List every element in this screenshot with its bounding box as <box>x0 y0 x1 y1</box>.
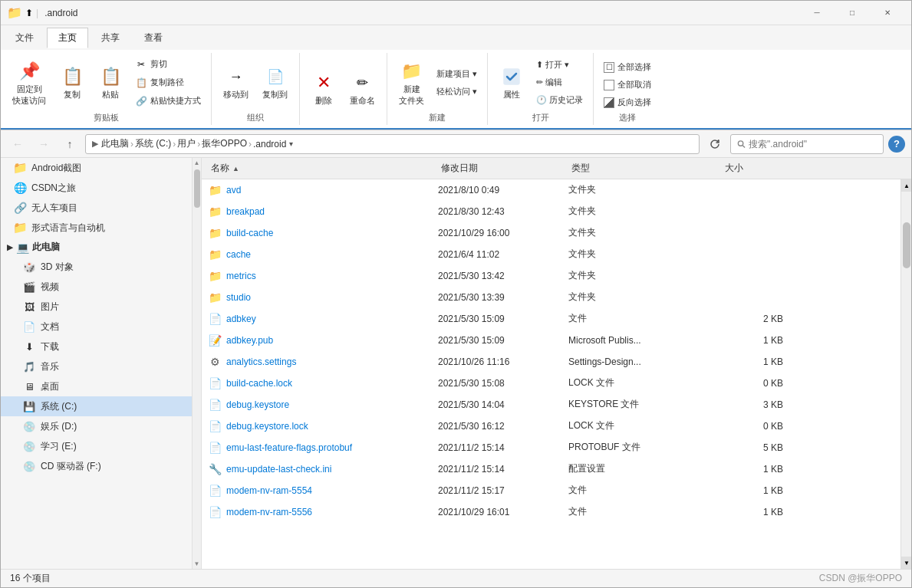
new-group-label: 新建 <box>429 112 446 123</box>
up-button[interactable]: ↑ <box>59 133 81 155</box>
easy-access-button[interactable]: 轻松访问 ▾ <box>433 84 481 100</box>
path-dropdown[interactable]: ▾ <box>289 140 293 148</box>
table-row[interactable]: 📁 avd 2021/8/10 0:49 文件夹 <box>202 179 900 201</box>
table-row[interactable]: 📄 debug.keystore 2021/5/30 14:04 KEYSTOR… <box>202 394 900 416</box>
sidebar-item-f-drive[interactable]: 💿 CD 驱动器 (F:) <box>1 456 192 476</box>
sidebar-scrollbar[interactable]: ▲ ▼ <box>192 158 201 569</box>
col-header-date[interactable]: 修改日期 <box>438 162 568 175</box>
cut-button[interactable]: ✂ 剪切 <box>131 56 205 73</box>
paste-shortcut-label: 粘贴快捷方式 <box>150 95 201 107</box>
table-row[interactable]: 📁 breakpad 2021/8/30 12:43 文件夹 <box>202 201 900 222</box>
move-to-button[interactable]: → 移动到 <box>218 61 254 104</box>
maximize-button[interactable]: □ <box>835 1 870 25</box>
delete-button[interactable]: ✕ 删除 <box>306 67 341 110</box>
tab-view[interactable]: 查看 <box>133 28 174 48</box>
folder-icon-cache: 📁 <box>208 248 222 261</box>
table-row[interactable]: 📁 metrics 2021/5/30 13:42 文件夹 <box>202 265 900 287</box>
copy-label: 复制 <box>64 89 81 100</box>
help-button[interactable]: ? <box>888 136 905 153</box>
title-bar: 📁 ⬆ | .android ─ □ ✕ <box>1 1 911 25</box>
sidebar-item-pictures[interactable]: 🖼 图片 <box>1 297 192 317</box>
sidebar-item-downloads[interactable]: ⬇ 下载 <box>1 337 192 356</box>
sidebar-item-csdn[interactable]: 🌐 CSDN之旅 <box>1 178 192 198</box>
forward-button[interactable]: → <box>33 133 54 155</box>
pin-to-quickaccess-button[interactable]: 📌 固定到快速访问 <box>7 55 51 110</box>
scroll-thumb[interactable] <box>903 222 910 268</box>
col-header-type[interactable]: 类型 <box>568 162 722 175</box>
copy-path-label: 复制路径 <box>150 77 184 88</box>
sidebar-item-video[interactable]: 🎬 视频 <box>1 277 192 297</box>
sidebar-this-pc[interactable]: ▶ 💻 此电脑 <box>1 238 192 257</box>
tab-home[interactable]: 主页 <box>47 28 88 48</box>
sidebar-item-3d[interactable]: 🎲 3D 对象 <box>1 257 192 277</box>
copy-path-button[interactable]: 📋 复制路径 <box>131 74 205 91</box>
table-row[interactable]: 📄 modem-nv-ram-5556 2021/10/29 16:01 文件 … <box>202 501 900 523</box>
edit-button[interactable]: ✏ 编辑 <box>532 74 587 90</box>
copy-to-button[interactable]: 📄 复制到 <box>257 61 293 104</box>
invert-select-button[interactable]: 反向选择 <box>600 94 655 110</box>
properties-button[interactable]: 属性 <box>494 61 529 104</box>
minimize-button[interactable]: ─ <box>799 1 835 25</box>
paste-shortcut-button[interactable]: 🔗 粘贴快捷方式 <box>131 93 205 110</box>
open-dropdown-button[interactable]: ⬆ 打开 ▾ <box>532 57 587 73</box>
ribbon-content: 📌 固定到快速访问 📋 复制 📋 粘贴 ✂ 剪切 <box>1 50 911 130</box>
paste-icon: 📋 <box>98 64 123 89</box>
watermark: CSDN @振华OPPO <box>819 572 902 585</box>
sidebar-item-c-drive[interactable]: 💾 系统 (C:) <box>1 396 192 416</box>
table-row[interactable]: 📁 cache 2021/6/4 11:02 文件夹 <box>202 244 900 265</box>
col-header-size[interactable]: 大小 <box>722 162 783 175</box>
sidebar-scroll-thumb[interactable] <box>194 169 200 208</box>
paste-button[interactable]: 📋 粘贴 <box>93 61 128 104</box>
path-users[interactable]: 用户 <box>177 137 196 150</box>
sidebar-item-documents[interactable]: 📄 文档 <box>1 317 192 337</box>
path-android[interactable]: .android <box>253 139 286 149</box>
scroll-up-button[interactable]: ▲ <box>901 179 911 192</box>
sidebar-item-desktop[interactable]: 🖥 桌面 <box>1 376 192 396</box>
select-all-button[interactable]: ☐ 全部选择 <box>600 59 655 75</box>
search-input[interactable] <box>749 139 877 149</box>
path-computer[interactable]: 此电脑 <box>101 137 129 150</box>
select-none-button[interactable]: 全部取消 <box>600 77 655 93</box>
table-row[interactable]: 📄 debug.keystore.lock 2021/5/30 16:12 LO… <box>202 416 900 437</box>
sidebar-item-music[interactable]: 🎵 音乐 <box>1 356 192 376</box>
table-row[interactable]: 🔧 emu-update-last-check.ini 2021/11/2 15… <box>202 458 900 480</box>
tab-file[interactable]: 文件 <box>4 28 45 48</box>
table-row[interactable]: 📁 studio 2021/5/30 13:39 文件夹 <box>202 287 900 308</box>
refresh-button[interactable] <box>704 133 726 155</box>
file-list-scrollbar[interactable]: ▲ ▼ <box>900 179 911 569</box>
history-button[interactable]: 🕐 历史记录 <box>532 92 587 108</box>
title-bar-sep: | <box>36 8 38 18</box>
copy-button[interactable]: 📋 复制 <box>54 61 90 104</box>
new-item-button[interactable]: 新建项目 ▾ <box>433 66 481 82</box>
table-row[interactable]: 📄 adbkey 2021/5/30 15:09 文件 2 KB <box>202 308 900 330</box>
sidebar-item-uav[interactable]: 🔗 无人车项目 <box>1 198 192 218</box>
back-button[interactable]: ← <box>7 133 28 155</box>
sidebar-item-formal-lang[interactable]: 📁 形式语言与自动机 <box>1 218 192 238</box>
path-drive[interactable]: 系统 (C:) <box>135 137 171 150</box>
close-button[interactable]: ✕ <box>870 1 905 25</box>
tab-share[interactable]: 共享 <box>90 28 131 48</box>
status-bar: 16 个项目 CSDN @振华OPPO <box>1 569 911 587</box>
rename-button[interactable]: ✏ 重命名 <box>344 67 380 110</box>
new-folder-button[interactable]: 📁 新建文件夹 <box>393 55 430 110</box>
scroll-down-button[interactable]: ▼ <box>901 557 911 569</box>
address-path[interactable]: ▶ 此电脑 › 系统 (C:) › 用户 › 振华OPPO › .android… <box>85 134 700 154</box>
sidebar-item-e-drive[interactable]: 💿 学习 (E:) <box>1 436 192 456</box>
ribbon-group-open: 属性 ⬆ 打开 ▾ ✏ 编辑 🕐 历史记录 打开 <box>488 53 594 125</box>
table-row[interactable]: 📄 emu-last-feature-flags.protobuf 2021/1… <box>202 437 900 458</box>
search-icon <box>737 140 746 149</box>
col-header-name[interactable]: 名称 ▲ <box>208 162 438 175</box>
sidebar: 📁 Android截图 🌐 CSDN之旅 🔗 无人车项目 📁 形式语言与自动机 <box>1 158 192 569</box>
sidebar-item-android-screenshot[interactable]: 📁 Android截图 <box>1 158 192 178</box>
table-row[interactable]: 📁 build-cache 2021/10/29 16:00 文件夹 <box>202 222 900 244</box>
search-box[interactable] <box>730 134 884 154</box>
table-row[interactable]: 📝 adbkey.pub 2021/5/30 15:09 Microsoft P… <box>202 330 900 351</box>
table-row[interactable]: ⚙ analytics.settings 2021/10/26 11:16 Se… <box>202 351 900 373</box>
moveto-label: 移动到 <box>223 89 249 100</box>
table-row[interactable]: 📄 build-cache.lock 2021/5/30 15:08 LOCK … <box>202 373 900 394</box>
table-row[interactable]: 📄 modem-nv-ram-5554 2021/11/2 15:17 文件 1… <box>202 480 900 501</box>
sidebar-item-d-drive[interactable]: 💿 娱乐 (D:) <box>1 416 192 436</box>
rename-label: 重命名 <box>350 95 375 107</box>
path-user[interactable]: 振华OPPO <box>202 137 247 150</box>
drive-d-icon: 💿 <box>22 419 36 433</box>
